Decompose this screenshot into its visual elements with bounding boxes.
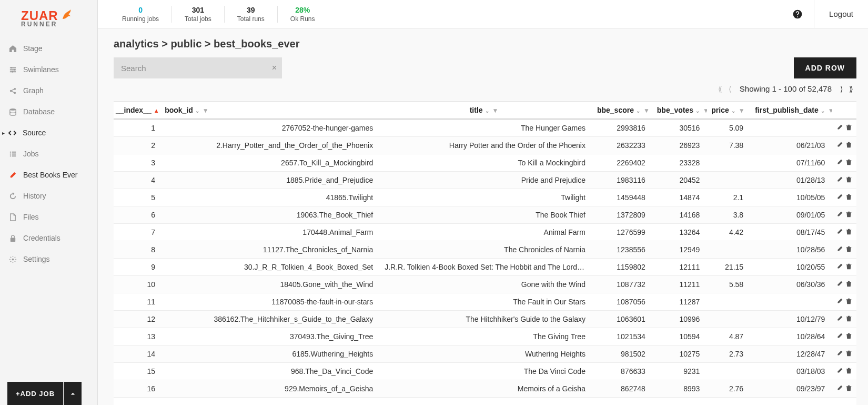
sidebar-item-label: Credentials (23, 234, 60, 242)
delete-row-icon[interactable] (845, 281, 852, 289)
cell-book-id: 2.Harry_Potter_and_the_Order_of_the_Phoe… (163, 137, 380, 154)
delete-row-icon[interactable] (845, 351, 852, 358)
delete-row-icon[interactable] (845, 229, 852, 236)
edit-row-icon[interactable] (836, 386, 843, 393)
sidebar-item-stage[interactable]: Stage (0, 38, 97, 59)
delete-row-icon[interactable] (845, 177, 852, 184)
delete-row-icon[interactable] (845, 333, 852, 341)
edit-row-icon[interactable] (836, 333, 843, 341)
cell-index: 12 (114, 311, 163, 328)
delete-row-icon[interactable] (845, 368, 852, 376)
cell-index: 13 (114, 328, 163, 345)
sidebar-item-label: Settings (23, 255, 50, 263)
cell-bbe-score: 1159802 (593, 259, 653, 276)
edit-row-icon[interactable] (836, 142, 843, 150)
delete-row-icon[interactable] (845, 264, 852, 271)
cell-book-id: 19063.The_Book_Thief (163, 206, 380, 224)
stat-label: Total runs (237, 15, 265, 23)
cell-price: 2.76 (707, 380, 751, 398)
edit-row-icon[interactable] (836, 281, 843, 289)
add-row-button[interactable]: ADD ROW (794, 57, 856, 78)
cell-bbe-score: 2269402 (593, 154, 653, 172)
cell-book-id: 2657.To_Kill_a_Mockingbird (163, 154, 380, 172)
edit-row-icon[interactable] (836, 368, 843, 376)
sidebar-item-files[interactable]: Files (0, 206, 97, 228)
cell-bbe-score: 2632233 (593, 137, 653, 154)
sidebar-item-label: Best Books Ever (23, 171, 78, 179)
cell-first-publish-date: 10/05/05 (751, 189, 832, 206)
col-header-title[interactable]: title⌄▼ (380, 102, 593, 120)
delete-row-icon[interactable] (845, 212, 852, 219)
stat-total-jobs: 301Total jobs (171, 6, 224, 23)
gear-icon (7, 255, 18, 263)
col-header-bbe-score[interactable]: bbe_score⌄▼ (593, 102, 653, 120)
code-icon (7, 129, 17, 137)
svg-rect-7 (10, 238, 15, 242)
edit-row-icon[interactable] (836, 246, 843, 254)
pager-text: Showing 1 - 100 of 52,478 (740, 84, 832, 93)
col-header-book-id[interactable]: book_id⌄▼ (163, 102, 380, 120)
sidebar-item-settings[interactable]: Settings (0, 249, 97, 270)
edit-row-icon[interactable] (836, 194, 843, 202)
search-input[interactable] (114, 57, 282, 78)
pager-next-icon[interactable]: ⟩ (840, 85, 843, 93)
cell-title: The Fault in Our Stars (380, 293, 593, 311)
col-header-price[interactable]: price⌄▼ (707, 102, 751, 120)
col-header-index[interactable]: __index__▲▼ (114, 102, 163, 120)
edit-row-icon[interactable] (836, 351, 843, 358)
logout-link[interactable]: Logout (814, 0, 868, 28)
sidebar-item-history[interactable]: History (0, 185, 97, 206)
help-icon[interactable] (792, 8, 803, 20)
edit-row-icon[interactable] (836, 316, 843, 323)
logo-icon (60, 6, 72, 22)
delete-row-icon[interactable] (845, 316, 852, 323)
delete-row-icon[interactable] (845, 125, 852, 132)
add-job-expand[interactable] (64, 382, 82, 405)
pager-first-icon[interactable]: ⟪ (718, 85, 722, 93)
edit-row-icon[interactable] (836, 177, 843, 184)
edit-row-icon[interactable] (836, 125, 843, 132)
edit-row-icon[interactable] (836, 299, 843, 306)
cell-index: 8 (114, 241, 163, 259)
delete-row-icon[interactable] (845, 386, 852, 393)
table-row: 12767052-the-hunger-gamesThe Hunger Game… (114, 119, 856, 137)
delete-row-icon[interactable] (845, 299, 852, 306)
table-row: 12386162.The_Hitchhiker_s_Guide_to_the_G… (114, 311, 856, 328)
edit-row-icon[interactable] (836, 160, 843, 167)
svg-point-3 (9, 90, 12, 92)
col-header-actions (832, 102, 856, 120)
add-job-button[interactable]: +ADD JOB (7, 382, 63, 405)
edit-row-icon[interactable] (836, 264, 843, 271)
stat-label: Ok Runs (290, 15, 315, 23)
table-row: 15968.The_Da_Vinci_CodeThe Da Vinci Code… (114, 363, 856, 380)
col-header-first-publish-date[interactable]: first_publish_date⌄▼ (751, 102, 832, 120)
cell-index: 15 (114, 363, 163, 380)
delete-row-icon[interactable] (845, 160, 852, 167)
cell-first-publish-date: 09/23/97 (751, 380, 832, 398)
sidebar-item-swimlanes[interactable]: Swimlanes (0, 59, 97, 80)
cell-bbe-score: 1087732 (593, 276, 653, 293)
delete-row-icon[interactable] (845, 194, 852, 202)
table-row: 41885.Pride_and_PrejudicePride and Preju… (114, 172, 856, 189)
delete-row-icon[interactable] (845, 142, 852, 150)
cell-title: To Kill a Mockingbird (380, 154, 593, 172)
pager-last-icon[interactable]: ⟫ (849, 85, 853, 93)
stat-ok-runs: 28%Ok Runs (277, 6, 328, 23)
cell-first-publish-date: 08/17/45 (751, 224, 832, 241)
sidebar-item-jobs[interactable]: Jobs (0, 143, 97, 164)
sidebar-item-source[interactable]: ▸Source (0, 122, 97, 143)
delete-row-icon[interactable] (845, 246, 852, 254)
clear-search-icon[interactable]: × (272, 63, 277, 73)
edit-row-icon[interactable] (836, 212, 843, 219)
cell-first-publish-date: 10/20/55 (751, 259, 832, 276)
sidebar-item-database[interactable]: Database (0, 101, 97, 122)
cell-bbe-score: 1238556 (593, 241, 653, 259)
pager-prev-icon[interactable]: ⟨ (729, 85, 731, 93)
sidebar-item-graph[interactable]: Graph (0, 80, 97, 101)
cell-actions (832, 259, 856, 276)
database-icon (7, 108, 18, 116)
col-header-bbe-votes[interactable]: bbe_votes⌄▼ (653, 102, 708, 120)
edit-row-icon[interactable] (836, 229, 843, 236)
sidebar-item-best-books-ever[interactable]: Best Books Ever (0, 164, 97, 185)
sidebar-item-credentials[interactable]: Credentials (0, 228, 97, 249)
